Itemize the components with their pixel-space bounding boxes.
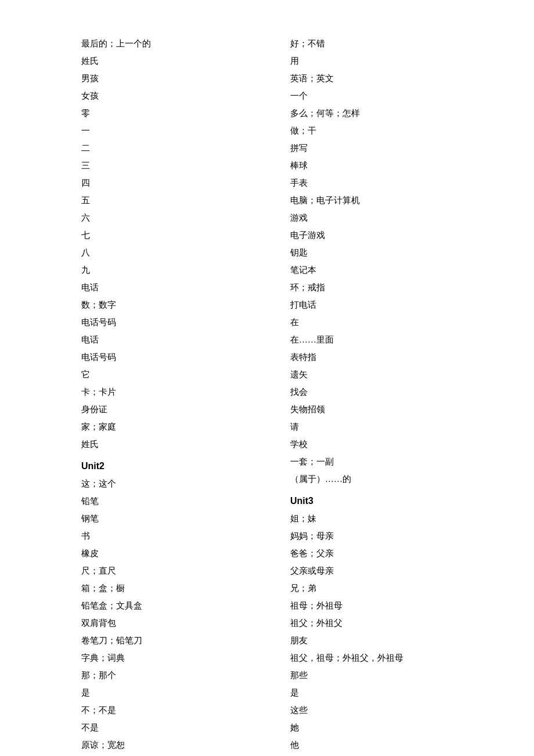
list-item: 是 bbox=[81, 684, 267, 701]
list-item: 不是 bbox=[81, 719, 267, 736]
list-item: 不；不是 bbox=[81, 701, 267, 719]
list-item: 三 bbox=[81, 157, 267, 174]
list-item: 在……里面 bbox=[290, 331, 453, 348]
unit2-items: 这；这个铅笔钢笔书橡皮尺；直尺箱；盒；橱铅笔盒；文具盒双肩背包卷笔刀；铅笔刀字典… bbox=[81, 475, 267, 756]
list-item: 祖母；外祖母 bbox=[290, 597, 453, 614]
list-item: 他 bbox=[290, 736, 453, 754]
list-item: 姓氏 bbox=[81, 52, 267, 70]
list-item: 八 bbox=[81, 244, 267, 261]
unit3-items: 姐；妹妈妈；母亲爸爸；父亲父亲或母亲兄；弟祖母；外祖母祖父；外祖父朋友祖父，祖母… bbox=[290, 510, 453, 756]
list-item: 它 bbox=[81, 366, 267, 383]
list-item: 做；干 bbox=[290, 122, 453, 139]
list-item: 橡皮 bbox=[81, 545, 267, 562]
list-item: 箱；盒；橱 bbox=[81, 579, 267, 597]
list-item: 一套；一副 bbox=[290, 453, 453, 470]
list-item: 那；那个 bbox=[81, 667, 267, 684]
list-item: 多么；何等；怎样 bbox=[290, 105, 453, 122]
list-item: 一 bbox=[81, 122, 267, 139]
list-item: 二 bbox=[81, 139, 267, 157]
list-item: 电话 bbox=[81, 279, 267, 296]
list-item: 打电话 bbox=[290, 296, 453, 314]
list-item: 姐；妹 bbox=[290, 510, 453, 527]
list-item: 尺；直尺 bbox=[81, 562, 267, 579]
list-item: （属于）……的 bbox=[290, 470, 453, 488]
list-item: 电脑；电子计算机 bbox=[290, 192, 453, 209]
list-item: 七 bbox=[81, 226, 267, 244]
right-column: 好；不错用英语；英文一个多么；何等；怎样做；干拼写棒球手表电脑；电子计算机游戏电… bbox=[279, 35, 453, 756]
list-item: 那些 bbox=[290, 667, 453, 684]
list-item: 手表 bbox=[290, 174, 453, 192]
list-item: 这些 bbox=[290, 701, 453, 719]
list-item: 在 bbox=[290, 314, 453, 331]
list-item: 环；戒指 bbox=[290, 279, 453, 296]
list-item: 字典；词典 bbox=[81, 649, 267, 667]
list-item: 四 bbox=[81, 174, 267, 192]
list-item: 祖父；外祖父 bbox=[290, 614, 453, 632]
list-item: 家；家庭 bbox=[81, 418, 267, 435]
list-item: 最后的；上一个的 bbox=[81, 35, 267, 52]
left-column: 最后的；上一个的姓氏男孩女孩零一二三四五六七八九电话数；数字电话号码电话电话号码… bbox=[81, 35, 279, 756]
list-item: 爸爸；父亲 bbox=[290, 545, 453, 562]
list-item: 笔记本 bbox=[290, 261, 453, 279]
list-item: 学校 bbox=[290, 435, 453, 453]
list-item: 请原谅 bbox=[81, 754, 267, 756]
list-item: 原谅；宽恕 bbox=[81, 736, 267, 754]
list-item: 她 bbox=[290, 719, 453, 736]
main-content: 最后的；上一个的姓氏男孩女孩零一二三四五六七八九电话数；数字电话号码电话电话号码… bbox=[81, 35, 453, 756]
list-item: 拼写 bbox=[290, 139, 453, 157]
list-item: 好；不错 bbox=[290, 35, 453, 52]
list-item: 书 bbox=[81, 527, 267, 545]
list-item: 电子游戏 bbox=[290, 226, 453, 244]
list-item: 祖父，祖母；外祖父，外祖母 bbox=[290, 649, 453, 667]
list-item: 电话号码 bbox=[81, 348, 267, 366]
list-item: 姨母；姑母；伯母；婶母；舅母 bbox=[290, 754, 453, 756]
list-item: 找会 bbox=[290, 383, 453, 401]
list-item: 零 bbox=[81, 105, 267, 122]
list-item: 父亲或母亲 bbox=[290, 562, 453, 579]
list-item: 五 bbox=[81, 192, 267, 209]
list-item: 电话 bbox=[81, 331, 267, 348]
list-item: 钢笔 bbox=[81, 510, 267, 527]
list-item: 请 bbox=[290, 418, 453, 435]
list-item: 电话号码 bbox=[81, 314, 267, 331]
list-item: 双肩背包 bbox=[81, 614, 267, 632]
list-item: 男孩 bbox=[81, 70, 267, 87]
top-items-right: 好；不错用英语；英文一个多么；何等；怎样做；干拼写棒球手表电脑；电子计算机游戏电… bbox=[290, 35, 453, 488]
list-item: 钥匙 bbox=[290, 244, 453, 261]
list-item: 兄；弟 bbox=[290, 579, 453, 597]
list-item: 遗矢 bbox=[290, 366, 453, 383]
list-item: 是 bbox=[290, 684, 453, 701]
list-item: 一个 bbox=[290, 87, 453, 105]
unit3-heading: Unit3 bbox=[290, 496, 453, 506]
list-item: 妈妈；母亲 bbox=[290, 527, 453, 545]
list-item: 这；这个 bbox=[81, 475, 267, 492]
list-item: 姓氏 bbox=[81, 435, 267, 453]
list-item: 游戏 bbox=[290, 209, 453, 226]
list-item: 朋友 bbox=[290, 632, 453, 649]
list-item: 棒球 bbox=[290, 157, 453, 174]
list-item: 铅笔盒；文具盒 bbox=[81, 597, 267, 614]
list-item: 英语；英文 bbox=[290, 70, 453, 87]
list-item: 表特指 bbox=[290, 348, 453, 366]
list-item: 数；数字 bbox=[81, 296, 267, 314]
list-item: 铅笔 bbox=[81, 492, 267, 510]
list-item: 卷笔刀；铅笔刀 bbox=[81, 632, 267, 649]
list-item: 身份证 bbox=[81, 401, 267, 418]
list-item: 卡；卡片 bbox=[81, 383, 267, 401]
list-item: 用 bbox=[290, 52, 453, 70]
list-item: 六 bbox=[81, 209, 267, 226]
list-item: 九 bbox=[81, 261, 267, 279]
top-items-left: 最后的；上一个的姓氏男孩女孩零一二三四五六七八九电话数；数字电话号码电话电话号码… bbox=[81, 35, 267, 453]
unit2-heading: Unit2 bbox=[81, 461, 267, 471]
list-item: 失物招领 bbox=[290, 401, 453, 418]
list-item: 女孩 bbox=[81, 87, 267, 105]
